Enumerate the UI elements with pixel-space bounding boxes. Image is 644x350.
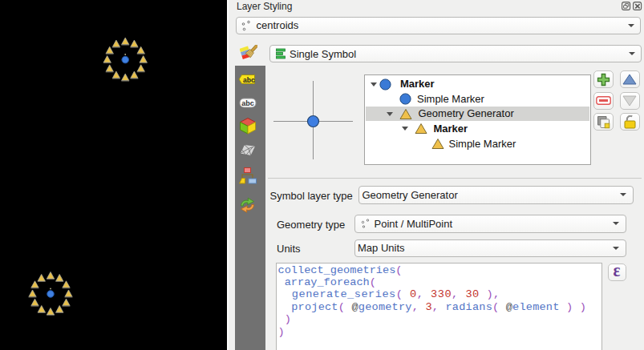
svg-text:abc: abc [243, 76, 255, 84]
svg-text:abc: abc [241, 99, 254, 107]
